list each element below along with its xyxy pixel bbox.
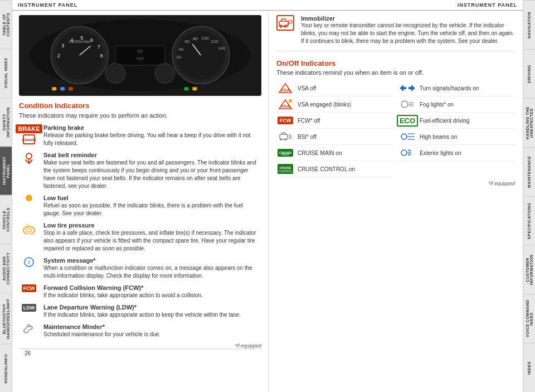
svg-text:VSA: VSA — [281, 104, 290, 109]
svg-text:03: 03 — [408, 152, 411, 156]
fcw-title: Forward Collision Warning (FCW)* — [43, 284, 203, 291]
svg-rect-28 — [52, 87, 56, 90]
ldw-text: Lane Departure Warning (LDW)* If the ind… — [43, 304, 241, 319]
sidebar-tab-audio[interactable]: AUDIO AND CONNECTIVITY — [0, 244, 12, 292]
low-tire-desc: Stop in a safe place, check tire pressur… — [43, 229, 261, 253]
fog-lights-label: Fog lights* on — [420, 101, 454, 108]
sidebar-tab-safety[interactable]: SAFETY INFORMATION — [0, 98, 12, 146]
left-column: x1000r/min 2 3 4 5 6 7 8 60 mph — [12, 11, 269, 392]
sidebar-tab-hondalink[interactable]: HONDALINK® — [0, 343, 12, 392]
sidebar-tab-bluetooth[interactable]: BLUETOOTH® HANDSFREELINK® — [0, 293, 12, 343]
ind-fuel-efficient: ECO Fuel-efficient driving — [398, 113, 515, 129]
svg-point-41 — [289, 20, 292, 23]
sidebar-tab-vehicle[interactable]: VEHICLE CONTROLS — [0, 195, 12, 244]
svg-text:CONTROL: CONTROL — [279, 170, 293, 173]
svg-point-59 — [401, 134, 407, 139]
indicator-fcw: FCW Forward Collision Warning (FCW)* If … — [19, 284, 261, 299]
seatbelt-icon — [19, 152, 39, 167]
svg-text:2: 2 — [57, 53, 60, 59]
sidebar-tab-driving[interactable]: DRIVING — [523, 49, 535, 98]
svg-text:mph: mph — [137, 56, 144, 61]
svg-rect-32 — [192, 87, 197, 90]
svg-point-27 — [155, 64, 175, 84]
sidebar-tab-index[interactable]: INDEX — [523, 343, 535, 392]
on-off-right-col: Turn signals/hazards on — [398, 80, 515, 177]
svg-rect-31 — [184, 87, 189, 90]
sidebar-tab-navigation[interactable]: NAVIGATION — [523, 0, 535, 49]
svg-rect-29 — [60, 87, 65, 90]
low-fuel-title: Low fuel — [43, 195, 261, 201]
indicator-maintenance: Maintenance Minder* Scheduled maintenanc… — [19, 323, 261, 338]
fcw-off-icon: FCW — [276, 114, 294, 127]
sidebar-tab-specifications[interactable]: SPECIFICATIONS — [523, 196, 535, 245]
sidebar-tab-voice[interactable]: VOICE COMMAND INDEX — [523, 294, 535, 343]
ind-fcw-off: FCW FCW* off — [276, 113, 393, 129]
left-footnote: *if equipped — [19, 343, 261, 349]
sidebar-tab-handling[interactable]: HANDLING THE UNEXPECTED — [523, 98, 535, 147]
turn-signals-icon — [398, 82, 416, 94]
ind-cruise-main: CRUISE MAIN CRUISE MAIN on — [276, 145, 393, 161]
immobilizer-desc: Your key or remote transmitter cannot be… — [301, 22, 515, 45]
fcw-badge: FCW — [22, 284, 37, 292]
system-message-title: System message* — [43, 257, 261, 264]
exterior-lights-label: Exterior lights on — [420, 150, 461, 156]
indicator-parking-brake: BRAKE Canada Parking brake Release the p… — [19, 124, 261, 147]
svg-text:20: 20 — [176, 55, 181, 60]
low-fuel-icon — [19, 195, 39, 201]
fuel-dot — [26, 195, 32, 201]
low-fuel-desc: Refuel as soon as possible. If the indic… — [43, 202, 261, 217]
svg-text:5: 5 — [80, 35, 83, 41]
right-column: Immobilizer Your key or remote transmitt… — [269, 11, 523, 392]
fuel-efficient-icon: ECO — [398, 114, 416, 127]
turn-signals-label: Turn signals/hazards on — [420, 85, 479, 91]
cruise-main-icon: CRUISE MAIN — [276, 147, 294, 159]
low-tire-title: Low tire pressure — [43, 222, 261, 229]
on-off-title: On/Off Indicators — [276, 59, 515, 67]
sidebar-right: NAVIGATION DRIVING HANDLING THE UNEXPECT… — [523, 0, 535, 392]
system-message-text: System message* When a condition or malf… — [43, 257, 261, 280]
condition-indicators-desc: These indicators may require you to perf… — [19, 112, 261, 119]
fcw-off-label: FCW* off — [298, 118, 320, 124]
ind-high-beams: High beams on — [398, 129, 515, 145]
sidebar-tab-visual[interactable]: VISUAL INDEX — [0, 49, 12, 97]
indicator-low-fuel: Low fuel Refuel as soon as possible. If … — [19, 195, 261, 217]
svg-text:6: 6 — [90, 37, 93, 43]
svg-point-46 — [289, 99, 292, 103]
brake-badge: BRAKE — [16, 124, 42, 133]
indicator-seatbelt: Seat belt reminder Make sure seat belts … — [19, 152, 261, 190]
bsi-off-icon — [276, 130, 294, 143]
page-number: 26 — [19, 349, 261, 357]
condition-indicators-title: Condition Indicators — [19, 101, 261, 110]
low-tire-text: Low tire pressure Stop in a safe place, … — [43, 222, 261, 253]
fcw-label-badge: FCW — [278, 117, 294, 124]
ind-vsa-blinks: VSA VSA engaged (blinks) — [276, 96, 393, 113]
ind-bsi-off: BSI* off — [276, 129, 393, 145]
sidebar-tab-maintenance[interactable]: MAINTENANCE — [523, 147, 535, 196]
seatbelt-desc: Make sure seat belts are fastened for yo… — [43, 159, 261, 190]
parking-brake-desc: Release the parking brake before driving… — [43, 132, 261, 147]
parking-brake-text: Parking brake Release the parking brake … — [43, 124, 261, 147]
system-message-icon: i — [19, 257, 39, 267]
maintenance-title: Maintenance Minder* — [43, 323, 160, 330]
indicator-system-message: i System message* When a condition or ma… — [19, 257, 261, 280]
sidebar-tab-instrument[interactable]: INSTRUMENT PANEL — [0, 146, 12, 195]
fog-lights-icon — [398, 98, 416, 110]
sidebar-tab-toc[interactable]: TABLE OF CONTENTS — [0, 0, 12, 49]
vsa-off-label: VSA off — [298, 85, 316, 91]
system-message-desc: When a condition or malfunction indicato… — [43, 264, 261, 280]
maintenance-text: Maintenance Minder* Scheduled maintenanc… — [43, 323, 160, 338]
ldw-title: Lane Departure Warning (LDW)* — [43, 304, 241, 311]
parking-brake-title: Parking brake — [43, 124, 261, 131]
seatbelt-title: Seat belt reminder — [43, 152, 261, 158]
on-off-desc: These indicators remind you when an item… — [276, 69, 515, 76]
svg-point-36 — [26, 229, 32, 232]
immobilizer-icon — [276, 15, 296, 31]
sidebar-tab-customer[interactable]: CUSTOMER INFORMATION — [523, 245, 535, 294]
svg-point-35 — [23, 226, 35, 234]
fcw-icon: FCW — [19, 284, 39, 292]
on-off-left-col: VSA VSA off VSA — [276, 80, 393, 177]
seatbelt-text: Seat belt reminder Make sure seat belts … — [43, 152, 261, 190]
cruise-control-icon: CRUISE CONTROL — [276, 163, 294, 175]
svg-point-58 — [401, 101, 408, 108]
header-left-title: INSTRUMENT PANEL — [18, 2, 77, 8]
